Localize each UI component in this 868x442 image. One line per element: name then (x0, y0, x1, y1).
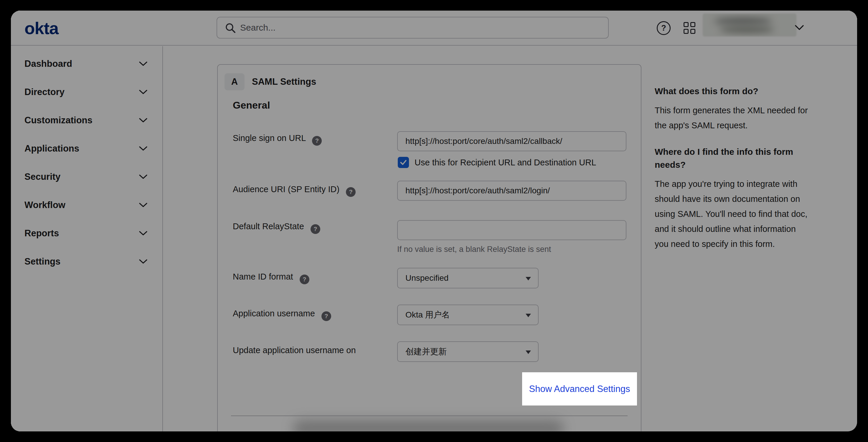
show-advanced-settings-link[interactable]: Show Advanced Settings (529, 384, 630, 394)
tutorial-dim-overlay (11, 10, 857, 432)
okta-admin-window: okta ? Dashboard Di (11, 10, 857, 432)
spotlight-highlight: Show Advanced Settings (522, 372, 637, 406)
